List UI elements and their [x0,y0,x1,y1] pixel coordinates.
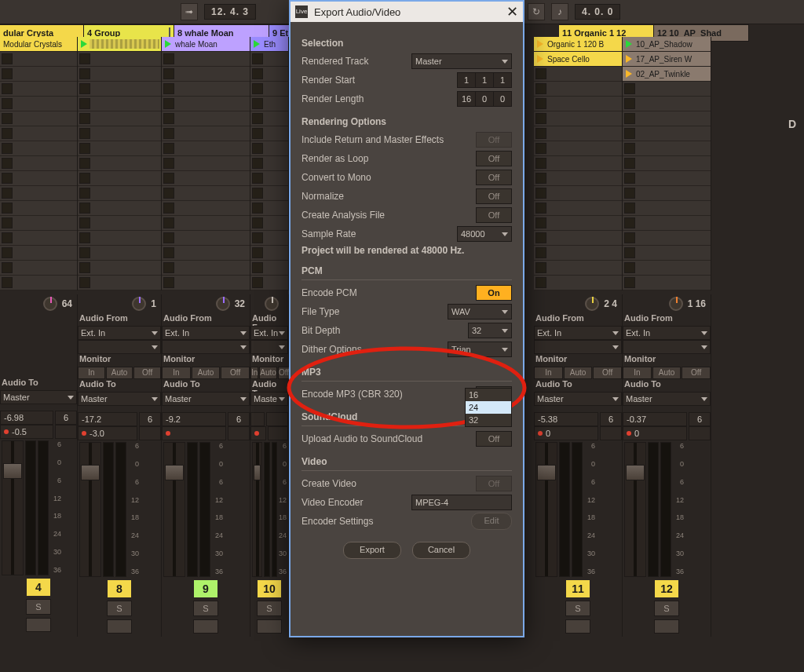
clip-slot[interactable] [623,97,711,111]
soundcloud-toggle[interactable]: Off [476,431,512,447]
audio-to-select[interactable]: Master [534,392,622,406]
audio-to-select[interactable]: Master [623,392,711,406]
follow-icon[interactable]: ➟ [181,3,198,20]
clip-slot[interactable] [623,141,711,156]
send-b[interactable] [162,426,226,440]
monitor-off[interactable]: Off [221,367,250,379]
clip-slot[interactable] [0,67,77,82]
clip-slot[interactable] [623,82,711,97]
clip-slot[interactable] [623,171,711,186]
clip-slot[interactable] [78,111,161,126]
clip-slot[interactable]: 10_AP_Shadow [623,37,711,52]
clip-slot[interactable] [78,82,161,97]
volume-fader[interactable] [252,442,262,577]
clip-slot[interactable] [250,141,288,156]
clip-slot[interactable]: whale Moan [162,37,250,52]
clip-slot[interactable] [78,171,161,186]
bit-depth-menu[interactable]: 16 24 32 [465,388,512,427]
clip-slot[interactable] [623,216,711,231]
clip-slot[interactable] [534,156,622,171]
clip-slot[interactable] [250,97,288,111]
clip-slot[interactable] [534,111,622,126]
monitor-auto[interactable]: Auto [106,367,133,379]
video-encoder-select[interactable]: MPEG-4 [411,495,512,510]
encode-pcm-toggle[interactable]: On [476,285,512,301]
clip-slot[interactable] [534,276,622,290]
volume-fader[interactable] [163,442,185,577]
clip-slot[interactable] [78,141,161,156]
record-button[interactable] [654,619,679,634]
monitor-auto[interactable]: Auto [564,367,593,379]
encoder-edit-button[interactable]: Edit [471,513,512,530]
clip-slot[interactable] [0,52,77,67]
cancel-button[interactable]: Cancel [412,542,470,559]
monitor-off[interactable]: Off [133,367,161,379]
monitor-auto[interactable]: Auto [259,367,277,379]
clip-slot[interactable]: Modular Crystals [0,37,77,52]
clip-slot[interactable] [534,201,622,216]
clip-slot[interactable] [0,261,77,276]
clip-slot[interactable] [250,111,288,126]
volume-fader[interactable] [2,440,24,575]
track-activator[interactable]: 4 [27,579,50,596]
clip-slot[interactable] [250,126,288,141]
bit-depth-option-24[interactable]: 24 [466,401,511,414]
send-value[interactable]: 6 [600,412,622,426]
clip-slot[interactable] [78,186,161,201]
clip-slot[interactable] [623,156,711,171]
send-a[interactable]: -9.2 [162,412,226,426]
pan-knob[interactable] [216,297,230,311]
clip-slot[interactable] [623,261,711,276]
clip-slot[interactable] [534,261,622,276]
pan-knob[interactable] [43,297,57,311]
clip-slot[interactable] [0,141,77,156]
clip-slot[interactable]: 02_AP_Twinkle [623,67,711,82]
send-a[interactable]: -5.38 [534,412,598,426]
clip-slot[interactable] [623,231,711,246]
normalize-toggle[interactable]: Off [476,188,512,204]
send-b[interactable]: -3.0 [78,426,137,440]
record-button[interactable] [107,619,132,634]
clip-slot[interactable] [78,67,161,82]
clip-slot[interactable] [0,111,77,126]
clip-slot[interactable] [0,156,77,171]
clip-slot[interactable] [623,111,711,126]
clip-slot[interactable] [0,97,77,111]
monitor-off[interactable]: Off [278,367,290,379]
monitor-auto[interactable]: Auto [652,367,682,379]
clip-slot[interactable] [162,82,250,97]
pan-knob[interactable] [669,297,683,311]
solo-button[interactable]: S [107,601,132,616]
midi-icon[interactable]: ♪ [551,3,568,20]
clip-slot[interactable] [162,216,250,231]
clip-slot[interactable] [250,186,288,201]
clip-slot[interactable]: Space Cello [534,52,622,67]
clip-slot[interactable] [0,231,77,246]
clip-slot[interactable] [534,216,622,231]
bit-depth-option-16[interactable]: 16 [466,389,511,401]
clip-slot[interactable] [78,97,161,111]
audio-from-channel[interactable] [623,340,711,354]
send-b[interactable]: 0 [623,426,687,440]
audio-to-select[interactable]: Maste [250,392,288,406]
clip-slot[interactable] [162,97,250,111]
solo-button[interactable]: S [257,601,282,616]
solo-button[interactable]: S [654,601,679,616]
clip-slot[interactable] [78,52,161,67]
record-button[interactable] [193,619,218,634]
clip-slot[interactable] [78,126,161,141]
audio-to-select[interactable]: Master [0,390,77,404]
clip-slot[interactable] [0,82,77,97]
volume-fader[interactable] [79,442,101,577]
clip-slot[interactable] [534,67,622,82]
clip-slot[interactable] [0,171,77,186]
clip-slot[interactable] [162,111,250,126]
monitor-in[interactable]: In [78,367,105,379]
pan-knob[interactable] [585,297,599,311]
clip-slot[interactable] [162,171,250,186]
clip-slot[interactable] [250,67,288,82]
convert-mono-toggle[interactable]: Off [476,170,512,185]
clip-slot[interactable]: Eth [250,37,288,52]
track-activator[interactable]: 12 [655,580,678,597]
audio-to-select[interactable]: Master [162,392,250,406]
